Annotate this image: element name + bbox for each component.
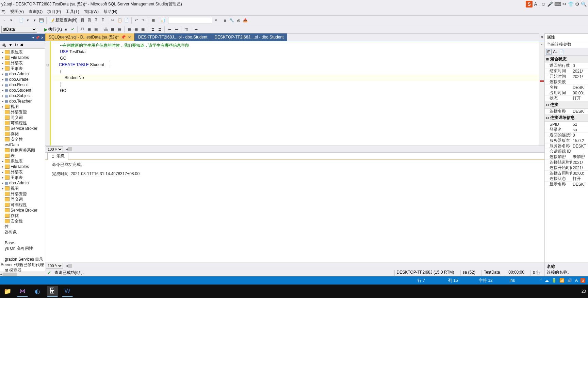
open-icon[interactable]: ▾ [25,17,31,24]
tray-sogou-icon[interactable]: S [581,278,585,283]
tree-item[interactable]: 安全性 [0,218,45,224]
property-row[interactable]: 连接开始时间2021/ [545,165,588,171]
tree-item[interactable]: ▸▦dbo.Teacher [0,98,45,104]
tree-item[interactable]: ys On 高可用性 [0,246,45,251]
tree-item[interactable]: 外部资源 [0,109,45,115]
tab-student-1[interactable]: DESKTOP-TF2I68J....ol - dbo.Student [135,33,211,41]
undo-icon[interactable]: ↶ [133,17,140,24]
property-pages-icon[interactable]: 📄 [559,49,564,54]
outdent-icon[interactable]: ⇥ [173,26,179,32]
sqlcmd-icon[interactable]: ⮕ [193,26,199,32]
copy-icon[interactable]: 📋 [117,17,123,24]
tree-item[interactable]: 外部资源 [0,191,45,197]
categorized-icon[interactable]: ⊞ [546,49,552,55]
results-grid-icon[interactable]: ▦ [126,26,132,32]
ime-settings-icon[interactable]: ⚙ [575,1,579,7]
tree-item[interactable]: ▸▦dbo.Student [0,88,45,93]
property-row[interactable]: SPID52 [545,122,588,127]
stop-icon[interactable]: ■ [63,26,69,32]
results-text-icon[interactable]: ▦ [133,26,139,32]
export-icon[interactable]: 📤 [242,17,248,24]
tree-item[interactable] [0,235,45,240]
file-explorer-app[interactable]: 📁 [2,286,13,297]
properties-grid[interactable]: ⊟ 聚合状态返回的行数0结束时间2021/开始时间2021/连接失败名称DESK… [545,56,588,262]
indent-icon[interactable]: ⇤ [166,26,173,32]
client-stats-icon[interactable]: ▤ [116,26,122,32]
back-icon[interactable]: ◦ [1,17,7,24]
property-row[interactable]: 连接失败 [545,79,588,85]
tray-volume-icon[interactable]: 🔊 [567,278,572,283]
dmx-icon[interactable]: 🗄 [93,17,99,24]
visualstudio-app[interactable]: ⋈ [17,286,28,297]
ime-search-icon[interactable]: 🔍 [581,1,587,7]
editor-hscroll[interactable]: ◀ [66,147,544,152]
property-category[interactable]: ⊟ 聚合状态 [545,56,588,63]
tree-item[interactable]: 同义词 [0,115,45,120]
results-file-icon[interactable]: ▦ [140,26,146,32]
tab-student-2[interactable]: DESKTOP-TF2I68J....ol - dbo.Student [211,33,287,41]
menu-view[interactable]: 视图(V) [10,9,24,15]
save-icon[interactable]: ▾ [32,17,38,24]
cut-icon[interactable]: ✂ [110,17,116,24]
connect-icon[interactable]: 🔌 [1,43,6,47]
zoom-combo[interactable]: 100 % [46,263,63,269]
tree-item[interactable] [0,251,45,257]
menu-window[interactable]: 窗口(W) [84,9,99,15]
messages-hscroll[interactable]: ◀ [66,263,544,268]
execute-play-icon[interactable]: ▶ [44,27,48,32]
tree-item[interactable]: 数据库关系图 [0,148,45,153]
editor-vscroll[interactable]: ▴ [539,41,544,145]
db-engine-query-icon[interactable]: 🗄 [80,17,86,24]
messages-tab[interactable]: 🗒 消息 [47,152,68,160]
property-row[interactable]: 登录名sa [545,127,588,133]
tree-item[interactable]: 器对象 [0,229,45,235]
mdx-icon[interactable]: 🗄 [86,17,93,24]
tree-item[interactable]: ▸FileTables [0,55,45,60]
tree-item[interactable]: ▸外部表 [0,169,45,175]
messages-pane[interactable]: 命令已成功完成。 完成时间: 2021-03-11T16:31:14.49783… [45,160,544,262]
paste-icon[interactable]: 📄 [124,17,130,24]
property-row[interactable]: 服务器名称DESKT [545,143,588,149]
database-combo[interactable]: stData [1,26,37,33]
property-row[interactable]: 连接名称DESKT [545,109,588,114]
tree-item[interactable]: 可编程性 [0,120,45,126]
tray-onedrive-icon[interactable]: ☁ [545,278,549,283]
property-row[interactable]: 连接加密未加密 [545,154,588,160]
ime-tool-icon[interactable]: ✂ [562,1,567,7]
tree-item[interactable]: gration Services 目录 [0,257,45,262]
solution-config-combo[interactable] [168,17,212,24]
ime-mic-icon[interactable]: 🎤 [547,1,553,7]
menu-edit[interactable]: E) [1,10,5,14]
property-category[interactable]: ⊟ 连接详细信息 [545,114,588,122]
menu-tools[interactable]: 工具(T) [66,9,79,15]
windows-taskbar[interactable]: 📁 ⋈ ◐ 🗄 W 20 [0,285,588,298]
parse-icon[interactable]: ✔ [69,26,76,32]
print-icon[interactable]: 🖨 [235,17,242,24]
ime-punct-icon[interactable]: ‚ [539,1,540,7]
tree-item[interactable]: ▸FileTables [0,164,45,169]
property-row[interactable]: 状态打开 [545,96,588,101]
close-panel-icon[interactable]: ✕ [41,36,44,40]
close-icon[interactable]: ✕ [128,35,131,40]
tray-ime-icon[interactable]: A [575,278,578,283]
property-row[interactable]: 结束时间2021/ [545,68,588,74]
tree-item[interactable]: ▸图形表 [0,66,45,71]
explorer-tree[interactable]: ▸系统表▸FileTables▸外部表▸图形表▸▦dbo.Admin▸▦dbo.… [0,49,45,272]
ime-keyboard-icon[interactable]: ⌨ [554,1,561,7]
estimated-plan-icon[interactable]: 品 [79,26,85,32]
tree-item[interactable]: 存储 [0,213,45,218]
property-row[interactable]: 服务器版本15.0.2 [545,138,588,143]
property-row[interactable]: 名称DESKT [545,85,588,90]
property-row[interactable]: 连接状态打开 [545,176,588,182]
collapse-icon[interactable]: ⊟ [46,62,49,68]
alphabetical-icon[interactable]: A↓ [553,49,558,54]
sql-editor[interactable]: ▴ ▴ --在创建新的学生用户信息的时候，我们要知道，该学生有哪些信息字段 US… [45,41,544,145]
new-query-button[interactable]: 📝 新建查询(N) [48,17,79,23]
execute-label[interactable]: 执行(X) [48,27,62,32]
refresh-icon[interactable]: ↻ [15,43,18,47]
word-app[interactable]: W [62,286,73,297]
tree-item[interactable]: ▸系统表 [0,158,45,164]
tree-item[interactable]: ▸图形表 [0,175,45,180]
menu-query[interactable]: 查询(Q) [29,9,43,15]
uncomment-icon[interactable]: ≣ [157,26,163,32]
